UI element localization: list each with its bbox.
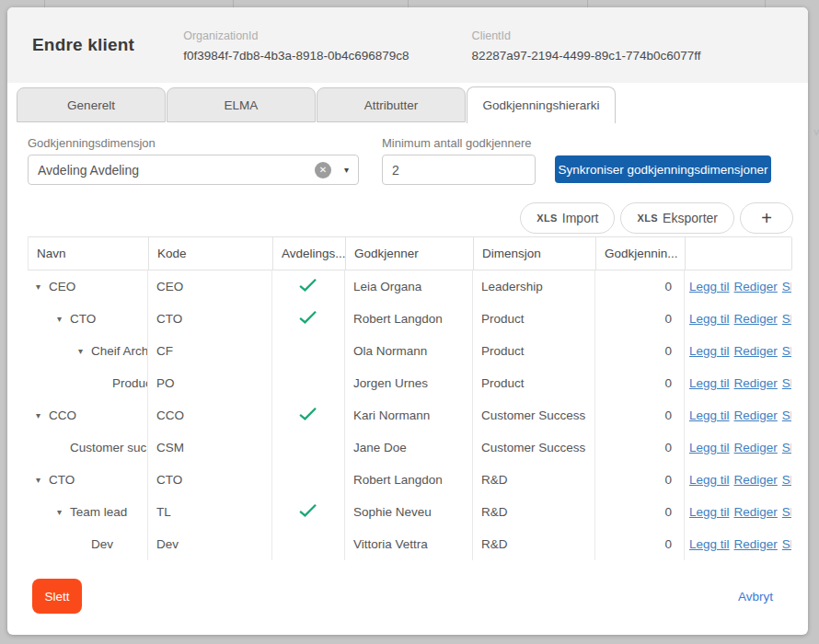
expand-caret-icon[interactable]: ▾ [57,314,70,324]
approvals-count-cell: 0 [595,496,685,528]
check-icon [298,407,318,424]
edit-row-link[interactable]: Rediger [734,537,778,551]
dimension-select[interactable]: Avdeling Avdeling ✕ ▾ [28,155,359,185]
node-name: CCO [49,408,76,422]
delete-row-link[interactable]: Slett [782,441,791,454]
approver-cell: Robert Langdon [345,303,473,335]
delete-row-link[interactable]: Slett [782,344,791,358]
check-icon [298,278,318,295]
node-name: CTO [49,473,75,487]
approvals-count-cell: 0 [595,399,685,431]
edit-row-link[interactable]: Rediger [734,376,778,390]
expand-caret-icon[interactable]: ▾ [36,410,49,420]
expand-caret-icon[interactable]: ▾ [57,507,70,517]
check-icon [298,310,318,328]
edit-row-link[interactable]: Rediger [734,505,778,519]
actions-cell: Legg tilRedigerSlett [685,367,791,399]
edit-row-link[interactable]: Rediger [734,473,778,487]
add-row-link[interactable]: Legg til [689,408,730,422]
add-row-link[interactable]: Legg til [689,344,730,358]
tab-generelt[interactable]: Generelt [17,87,166,122]
expand-caret-icon[interactable]: ▾ [36,282,49,292]
min-approvers-input[interactable] [382,155,536,185]
sync-dimensions-button[interactable]: Synkroniser godkjenningsdimensjoner [555,155,771,183]
delete-row-link[interactable]: Slett [782,473,791,487]
edit-row-link[interactable]: Rediger [734,441,778,454]
edit-client-modal: Endre klient OrganizationId f0f3984f-7db… [7,7,808,635]
node-name: CTO [70,312,96,326]
xls-import-label: Import [562,211,599,225]
min-approvers-field-block: Minimum antall godkjennere [382,136,536,185]
column-header-godkjenninger: Godkjennin... [596,237,686,270]
xls-export-label: Eksporter [663,211,718,225]
xls-import-button[interactable]: XLS Import [520,202,615,234]
modal-header: Endre klient OrganizationId f0f3984f-7db… [7,7,808,83]
dept-approver-cell [272,270,345,303]
actions-cell: Legg tilRedigerSlett [685,528,791,560]
actions-cell: Legg tilRedigerSlett [685,335,791,367]
client-id-value: 82287a97-2194-4499-89c1-774b0c6077ff [472,49,701,63]
clear-selection-icon[interactable]: ✕ [315,162,331,178]
code-cell: CF [148,335,272,367]
dept-approver-cell [272,464,345,496]
expand-caret-icon[interactable]: ▾ [36,475,49,485]
add-row-link[interactable]: Legg til [689,441,730,454]
approvals-count-cell: 0 [595,464,685,496]
dept-approver-cell [272,399,345,431]
xls-export-button[interactable]: XLS Eksporter [620,202,734,234]
node-name: Dev [91,537,113,551]
table-row: ▾CTOCTORobert LangdonProduct0Legg tilRed… [28,303,791,335]
delete-row-link[interactable]: Slett [782,312,791,326]
expand-caret-icon[interactable]: ▾ [78,346,91,356]
add-row-link[interactable]: Legg til [689,473,730,487]
delete-row-link[interactable]: Slett [782,537,791,551]
organization-id-block: OrganizationId f0f3984f-7db8-4b3a-8918-0… [183,28,409,63]
delete-row-link[interactable]: Slett [782,280,791,293]
table-row: ▾Team leadTLSophie NeveuR&D0Legg tilRedi… [28,496,791,528]
dept-approver-cell [272,335,345,367]
code-cell: CSM [148,431,272,464]
add-row-link[interactable]: Legg til [689,505,730,519]
delete-row-link[interactable]: Slett [782,505,791,519]
page-title: Endre klient [32,35,134,55]
edit-row-link[interactable]: Rediger [734,312,778,326]
delete-row-link[interactable]: Slett [782,408,791,422]
cancel-link[interactable]: Avbryt [738,590,773,604]
approver-cell: Jorgen Urnes [345,367,473,399]
name-cell: ▾Cheif Architec... [28,335,148,367]
chevron-down-icon[interactable]: ▾ [344,165,349,175]
tab-attributter[interactable]: Attributter [317,87,466,122]
column-header-actions [686,237,792,270]
min-approvers-label: Minimum antall godkjennere [382,136,536,150]
approver-cell: Sophie Neveu [345,496,473,528]
approvals-count-cell: 0 [595,270,685,303]
edit-row-link[interactable]: Rediger [734,280,778,293]
node-name: Team lead [70,505,127,519]
add-row-link[interactable]: Legg til [689,280,730,293]
add-row-button[interactable]: + [740,202,793,234]
table-row: ▾Customer suc...CSMJane DoeCustomer Succ… [28,431,791,464]
delete-button[interactable]: Slett [32,579,82,614]
xls-badge: XLS [637,213,658,224]
edit-row-link[interactable]: Rediger [734,408,778,422]
delete-row-link[interactable]: Slett [782,376,791,390]
approvals-count-cell: 0 [595,335,685,367]
dept-approver-cell [272,528,345,560]
table-row: ▾CCOCCOKari NormannCustomer Success0Legg… [28,399,791,431]
organization-id-value: f0f3984f-7db8-4b3a-8918-0b4c696879c8 [183,49,409,63]
approver-cell: Vittoria Vettra [345,528,473,560]
tab-elma[interactable]: ELMA [167,87,316,122]
dimension-field: Godkjenningsdimensjon Avdeling Avdeling … [28,136,359,185]
actions-cell: Legg tilRedigerSlett [685,431,791,464]
tab-godkjenningshierarki[interactable]: Godkjenningshierarki [467,86,616,123]
add-row-link[interactable]: Legg til [689,376,730,390]
add-row-link[interactable]: Legg til [689,312,730,326]
table-body: ▾CEOCEOLeia OrganaLeadership0Legg tilRed… [28,270,791,560]
table-header-row: Navn Kode Avdelings... Godkjenner Dimens… [28,236,791,270]
background-text-fragment: v [814,126,819,137]
actions-cell: Legg tilRedigerSlett [685,270,791,303]
add-row-link[interactable]: Legg til [689,537,730,551]
code-cell: CEO [148,270,272,303]
edit-row-link[interactable]: Rediger [734,344,778,358]
dept-approver-cell [272,367,345,399]
